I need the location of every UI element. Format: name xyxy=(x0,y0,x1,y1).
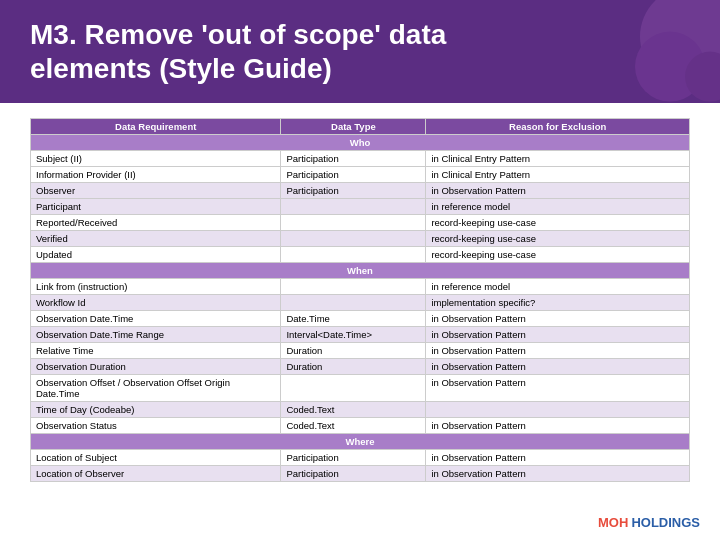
table-cell-0: Time of Day (Codeabe) xyxy=(31,402,281,418)
header-decoration-icon xyxy=(540,0,720,103)
table-cell-2: in Observation Pattern xyxy=(426,418,690,434)
table-cell-0: Workflow Id xyxy=(31,295,281,311)
table-cell-2: in Observation Pattern xyxy=(426,450,690,466)
table-cell-0: Location of Observer xyxy=(31,466,281,482)
table-cell-1: Coded.Text xyxy=(281,418,426,434)
table-row: Link from (instruction)in reference mode… xyxy=(31,279,690,295)
data-requirements-table: Data Requirement Data Type Reason for Ex… xyxy=(30,118,690,482)
table-row: Location of SubjectParticipationin Obser… xyxy=(31,450,690,466)
table-cell-1: Participation xyxy=(281,466,426,482)
main-content: Data Requirement Data Type Reason for Ex… xyxy=(0,103,720,497)
table-row: Updatedrecord-keeping use-case xyxy=(31,247,690,263)
table-cell-2: record-keeping use-case xyxy=(426,247,690,263)
table-cell-0: Subject (II) xyxy=(31,151,281,167)
table-cell-2: record-keeping use-case xyxy=(426,215,690,231)
table-cell-2: in Observation Pattern xyxy=(426,343,690,359)
table-row: Observation Date.Time RangeInterval<Date… xyxy=(31,327,690,343)
table-row: Observation Date.TimeDate.Timein Observa… xyxy=(31,311,690,327)
table-row: Subject (II)Participationin Clinical Ent… xyxy=(31,151,690,167)
table-row: Reported/Receivedrecord-keeping use-case xyxy=(31,215,690,231)
col-header-data-requirement: Data Requirement xyxy=(31,119,281,135)
section-header-cell: Where xyxy=(31,434,690,450)
table-cell-1: Interval<Date.Time> xyxy=(281,327,426,343)
section-header-cell: Who xyxy=(31,135,690,151)
table-cell-0: Updated xyxy=(31,247,281,263)
table-cell-1 xyxy=(281,231,426,247)
table-cell-2: implementation specific? xyxy=(426,295,690,311)
table-cell-0: Observation Duration xyxy=(31,359,281,375)
table-cell-1: Duration xyxy=(281,343,426,359)
table-row: Location of ObserverParticipationin Obse… xyxy=(31,466,690,482)
table-cell-0: Observation Offset / Observation Offset … xyxy=(31,375,281,402)
table-cell-1 xyxy=(281,375,426,402)
table-cell-1 xyxy=(281,295,426,311)
logo-holdings-text: HOLDINGS xyxy=(631,515,700,530)
table-cell-2: record-keeping use-case xyxy=(426,231,690,247)
section-header-cell: When xyxy=(31,263,690,279)
table-row: Relative TimeDurationin Observation Patt… xyxy=(31,343,690,359)
table-row: ObserverParticipationin Observation Patt… xyxy=(31,183,690,199)
table-cell-0: Information Provider (II) xyxy=(31,167,281,183)
table-cell-1: Participation xyxy=(281,151,426,167)
col-header-reason-exclusion: Reason for Exclusion xyxy=(426,119,690,135)
table-cell-2: in Observation Pattern xyxy=(426,359,690,375)
table-row: Workflow Idimplementation specific? xyxy=(31,295,690,311)
table-row: Observation DurationDurationin Observati… xyxy=(31,359,690,375)
table-cell-1: Date.Time xyxy=(281,311,426,327)
table-cell-0: Link from (instruction) xyxy=(31,279,281,295)
table-cell-2: in reference model xyxy=(426,279,690,295)
table-cell-1: Coded.Text xyxy=(281,402,426,418)
table-row: Participantin reference model xyxy=(31,199,690,215)
table-cell-0: Participant xyxy=(31,199,281,215)
logo-moh-text: MOH xyxy=(598,515,628,530)
table-cell-1: Participation xyxy=(281,183,426,199)
table-cell-1 xyxy=(281,199,426,215)
table-row: When xyxy=(31,263,690,279)
table-cell-0: Observation Status xyxy=(31,418,281,434)
table-row: Verifiedrecord-keeping use-case xyxy=(31,231,690,247)
table-cell-1: Participation xyxy=(281,450,426,466)
table-cell-2: in Clinical Entry Pattern xyxy=(426,167,690,183)
table-cell-2: in Observation Pattern xyxy=(426,183,690,199)
page-header: M3. Remove 'out of scope' data elements … xyxy=(0,0,720,103)
table-cell-2: in Observation Pattern xyxy=(426,466,690,482)
table-cell-2: in Observation Pattern xyxy=(426,327,690,343)
table-row: Where xyxy=(31,434,690,450)
table-cell-1 xyxy=(281,247,426,263)
table-cell-1: Participation xyxy=(281,167,426,183)
table-row: Information Provider (II)Participationin… xyxy=(31,167,690,183)
table-cell-2: in reference model xyxy=(426,199,690,215)
table-cell-0: Observation Date.Time Range xyxy=(31,327,281,343)
table-cell-0: Observer xyxy=(31,183,281,199)
table-cell-0: Observation Date.Time xyxy=(31,311,281,327)
table-row: Observation StatusCoded.Textin Observati… xyxy=(31,418,690,434)
table-row: Who xyxy=(31,135,690,151)
page-title: M3. Remove 'out of scope' data elements … xyxy=(30,18,446,85)
table-row: Observation Offset / Observation Offset … xyxy=(31,375,690,402)
table-cell-2: in Observation Pattern xyxy=(426,375,690,402)
table-row: Time of Day (Codeabe)Coded.Text xyxy=(31,402,690,418)
table-cell-0: Reported/Received xyxy=(31,215,281,231)
table-cell-0: Relative Time xyxy=(31,343,281,359)
table-cell-1 xyxy=(281,215,426,231)
footer-logo: MOH HOLDINGS xyxy=(598,515,700,530)
table-cell-1 xyxy=(281,279,426,295)
col-header-data-type: Data Type xyxy=(281,119,426,135)
table-cell-2 xyxy=(426,402,690,418)
table-cell-0: Verified xyxy=(31,231,281,247)
table-cell-1: Duration xyxy=(281,359,426,375)
table-cell-0: Location of Subject xyxy=(31,450,281,466)
table-cell-2: in Clinical Entry Pattern xyxy=(426,151,690,167)
table-cell-2: in Observation Pattern xyxy=(426,311,690,327)
